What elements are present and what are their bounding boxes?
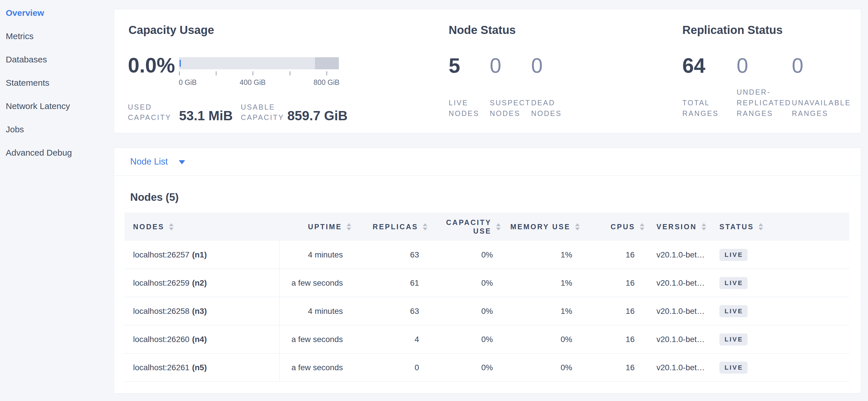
table-row[interactable]: localhost:26258(n3) 4 minutes 63 0% 1% 1… (124, 297, 849, 325)
unavailable-ranges-stat: 0 UNAVAILABLE RANGES (792, 55, 858, 119)
node-id: (n4) (192, 335, 207, 344)
replication-status-title: Replication Status (682, 24, 783, 36)
sidebar-item-advanced-debug[interactable]: Advanced Debug (0, 141, 114, 164)
col-header-capacity-use[interactable]: CAPACITY USE (429, 212, 502, 241)
table-row[interactable]: localhost:26257(n1) 4 minutes 63 0% 1% 1… (124, 241, 849, 269)
capacity-use-cell: 0% (429, 241, 502, 269)
node-name-cell[interactable]: localhost:26258(n3) (124, 297, 280, 325)
replicas-cell: 63 (353, 241, 429, 269)
table-row[interactable]: localhost:26259(n2) a few seconds 61 0% … (124, 269, 849, 297)
axis-tick-label: 0 GiB (179, 78, 197, 87)
axis-tick-label: 400 GiB (240, 78, 266, 87)
axis-tick (327, 71, 327, 75)
col-header-cpus[interactable]: CPUS (582, 212, 646, 241)
node-address: localhost:26260 (133, 335, 189, 344)
replicas-cell: 63 (353, 297, 429, 325)
under-replicated-label: UNDER-REPLICATED RANGES (737, 87, 792, 119)
cpus-cell: 16 (582, 269, 646, 297)
total-ranges-value: 64 (682, 55, 737, 76)
node-address: localhost:26259 (133, 279, 189, 288)
node-name-cell[interactable]: localhost:26261(n5) (124, 353, 280, 381)
cpus-cell: 16 (582, 297, 646, 325)
cpus-cell: 16 (582, 325, 646, 353)
col-label: STATUS (719, 223, 754, 231)
sidebar-item-overview[interactable]: Overview (0, 1, 114, 24)
capacity-reserved-segment (315, 57, 339, 69)
col-label: CAPACITY USE (445, 218, 492, 235)
live-nodes-value: 5 (449, 55, 490, 76)
sort-icon (640, 223, 644, 230)
status-badge: LIVE (719, 305, 748, 317)
total-ranges-stat: 64 TOTAL RANGES (682, 55, 737, 119)
sidebar-item-metrics[interactable]: Metrics (0, 24, 114, 48)
node-list-card: Node List Nodes (5) NODES UPTIME REPLICA… (114, 148, 861, 394)
under-replicated-stat: 0 UNDER-REPLICATED RANGES (737, 55, 792, 119)
capacity-use-cell: 0% (429, 297, 502, 325)
node-status-title: Node Status (449, 24, 516, 36)
col-header-version[interactable]: VERSION (646, 212, 709, 241)
replicas-cell: 61 (353, 269, 429, 297)
col-label: MEMORY USE (510, 223, 570, 231)
uptime-cell: a few seconds (280, 353, 353, 381)
uptime-cell: 4 minutes (280, 297, 353, 325)
version-cell: v20.1.0-bet… (646, 269, 709, 297)
node-name-cell[interactable]: localhost:26259(n2) (124, 269, 280, 297)
col-header-uptime[interactable]: UPTIME (280, 212, 353, 241)
dead-nodes-stat: 0 DEAD NODES (531, 55, 580, 119)
node-name-cell[interactable]: localhost:26257(n1) (124, 241, 280, 269)
table-row[interactable]: localhost:26261(n5) a few seconds 0 0% 0… (124, 353, 849, 382)
under-replicated-value: 0 (737, 55, 792, 76)
sidebar-item-statements[interactable]: Statements (0, 71, 114, 94)
cluster-summary-card: Capacity Usage 0.0% 0 GiB 400 GiB 800 Gi… (114, 9, 861, 133)
memory-use-cell: 1% (502, 241, 582, 269)
node-address: localhost:26261 (133, 363, 189, 372)
status-badge: LIVE (719, 362, 748, 374)
used-capacity-value: 53.1 MiB (179, 109, 233, 122)
capacity-used-bar (180, 60, 181, 67)
col-header-replicas[interactable]: REPLICAS (353, 212, 429, 241)
nodes-table: NODES UPTIME REPLICAS CAPACITY USE MEMOR… (124, 212, 849, 382)
sort-icon (347, 223, 351, 230)
table-row[interactable]: localhost:26260(n4) a few seconds 4 0% 0… (124, 325, 849, 353)
status-cell: LIVE (709, 353, 849, 381)
replicas-cell: 0 (353, 353, 429, 381)
nodes-table-header: NODES UPTIME REPLICAS CAPACITY USE MEMOR… (124, 212, 849, 241)
suspect-nodes-stat: 0 SUSPECT NODES (490, 55, 531, 119)
usable-capacity-value: 859.7 GiB (287, 109, 348, 122)
sidebar-item-databases[interactable]: Databases (0, 48, 114, 71)
node-address: localhost:26258 (133, 307, 189, 316)
node-name-cell[interactable]: localhost:26260(n4) (124, 325, 280, 353)
replicas-cell: 4 (353, 325, 429, 353)
node-status-stats: 5 LIVE NODES 0 SUSPECT NODES 0 DEAD NODE… (449, 55, 580, 119)
unavailable-ranges-label: UNAVAILABLE RANGES (792, 97, 858, 119)
axis-tick (179, 71, 180, 75)
used-capacity-label: USED CAPACITY (128, 102, 179, 122)
col-label: CPUS (611, 223, 635, 231)
capacity-usage-title: Capacity Usage (128, 24, 214, 36)
dead-nodes-value: 0 (531, 55, 580, 76)
axis-tick (253, 71, 253, 75)
node-list-dropdown[interactable]: Node List (114, 148, 861, 176)
col-header-status[interactable]: STATUS (709, 212, 849, 241)
sort-icon (423, 223, 427, 230)
uptime-cell: a few seconds (280, 269, 353, 297)
total-ranges-label: TOTAL RANGES (682, 97, 737, 119)
version-cell: v20.1.0-bet… (646, 241, 709, 269)
node-id: (n3) (192, 307, 207, 316)
sidebar-item-jobs[interactable]: Jobs (0, 118, 114, 141)
nodes-section-title: Nodes (5) (130, 192, 861, 202)
col-header-nodes[interactable]: NODES (124, 212, 280, 241)
axis-tick (216, 71, 216, 75)
cpus-cell: 16 (582, 353, 646, 381)
node-id: (n2) (192, 279, 207, 288)
uptime-cell: 4 minutes (280, 241, 353, 269)
node-list-dropdown-label: Node List (130, 156, 168, 167)
unavailable-ranges-value: 0 (792, 55, 858, 76)
uptime-cell: a few seconds (280, 325, 353, 353)
live-nodes-label: LIVE NODES (449, 97, 490, 119)
capacity-use-cell: 0% (429, 353, 502, 381)
sidebar-item-network-latency[interactable]: Network Latency (0, 94, 114, 118)
col-header-memory-use[interactable]: MEMORY USE (502, 212, 582, 241)
capacity-percent-value: 0.0% (128, 54, 175, 77)
capacity-use-cell: 0% (429, 269, 502, 297)
